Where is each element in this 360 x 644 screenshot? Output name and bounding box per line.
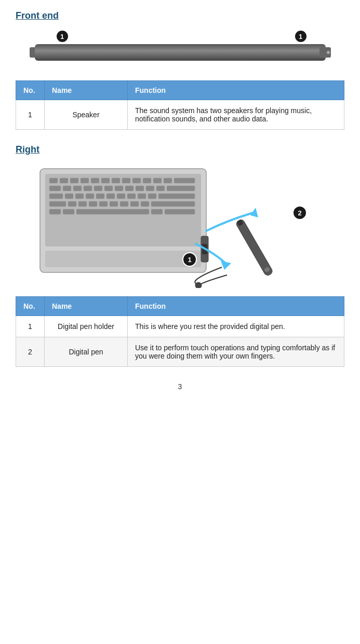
svg-rect-34 [127,194,136,199]
svg-rect-17 [73,186,82,191]
front-row1-name: Speaker [45,100,128,130]
right-device-svg: 1 2 [35,163,326,288]
svg-rect-43 [110,201,118,207]
front-device-image: 1 1 [16,30,344,71]
front-end-title: Front end [16,10,344,21]
svg-rect-26 [167,186,195,191]
table-row: 1 Speaker The sound system has two speak… [16,100,344,130]
front-table-header-name: Name [45,81,128,100]
svg-rect-35 [138,194,146,199]
svg-rect-48 [49,209,61,214]
svg-rect-31 [96,194,104,199]
svg-rect-18 [84,186,92,191]
svg-rect-11 [143,178,151,183]
right-row2-no: 2 [16,337,45,367]
svg-rect-24 [146,186,154,191]
svg-rect-6 [91,178,99,183]
svg-rect-9 [122,178,130,183]
right-row1-name: Digital pen holder [45,316,128,337]
front-table-header-function: Function [128,81,344,100]
svg-marker-59 [221,261,231,270]
page-number: 3 [16,382,344,391]
svg-rect-42 [99,201,108,207]
svg-rect-53 [45,251,201,267]
svg-rect-50 [76,209,149,214]
table-row: 2 Digital pen Use it to perform touch op… [16,337,344,367]
right-table-header-no: No. [16,297,45,316]
svg-rect-29 [75,194,84,199]
svg-rect-28 [65,194,73,199]
right-table-header-function: Function [128,297,344,316]
svg-rect-49 [63,209,74,214]
svg-rect-19 [94,186,102,191]
svg-rect-41 [89,201,97,207]
svg-rect-36 [148,194,156,199]
front-row1-function: The sound system has two speakers for pl… [128,100,344,130]
svg-rect-7 [101,178,110,183]
badge-1-right: 1 [294,30,308,43]
front-table: No. Name Function 1 Speaker The sound sy… [16,80,344,130]
svg-rect-5 [81,178,89,183]
right-row2-name: Digital pen [45,337,128,367]
svg-rect-13 [164,178,172,183]
svg-text:2: 2 [298,209,301,217]
svg-rect-44 [120,201,128,207]
svg-text:1: 1 [188,256,191,264]
table-row: 1 Digital pen holder This is where you r… [16,316,344,337]
svg-rect-39 [68,201,76,207]
svg-rect-12 [153,178,162,183]
svg-rect-38 [49,201,66,207]
svg-point-65 [195,282,202,288]
svg-rect-22 [125,186,134,191]
svg-rect-10 [132,178,141,183]
svg-rect-46 [141,201,149,207]
right-table-header-name: Name [45,297,128,316]
right-row1-function: This is where you rest the provided digi… [128,316,344,337]
svg-rect-4 [70,178,78,183]
svg-rect-21 [115,186,123,191]
badge-1-left: 1 [56,30,69,43]
device-body [35,44,326,61]
right-device-image: 1 2 [16,163,344,288]
svg-rect-27 [49,194,63,199]
device-right-end [319,47,331,58]
front-row1-no: 1 [16,100,45,130]
right-title: Right [16,144,344,155]
svg-rect-15 [49,186,61,191]
svg-rect-2 [49,178,58,183]
svg-rect-3 [60,178,68,183]
svg-rect-32 [106,194,115,199]
svg-rect-14 [174,178,195,183]
svg-rect-52 [165,209,195,214]
right-table: No. Name Function 1 Digital pen holder T… [16,296,344,367]
svg-rect-30 [86,194,94,199]
svg-rect-8 [112,178,120,183]
svg-rect-33 [117,194,125,199]
front-table-header-no: No. [16,81,45,100]
svg-rect-23 [136,186,144,191]
svg-rect-45 [130,201,139,207]
svg-rect-20 [104,186,113,191]
svg-rect-47 [151,201,195,207]
svg-rect-25 [156,186,165,191]
right-row2-function: Use it to perform touch operations and t… [128,337,344,367]
svg-rect-16 [63,186,71,191]
right-row1-no: 1 [16,316,45,337]
svg-rect-51 [151,209,163,214]
svg-rect-40 [78,201,87,207]
svg-rect-37 [158,194,195,199]
